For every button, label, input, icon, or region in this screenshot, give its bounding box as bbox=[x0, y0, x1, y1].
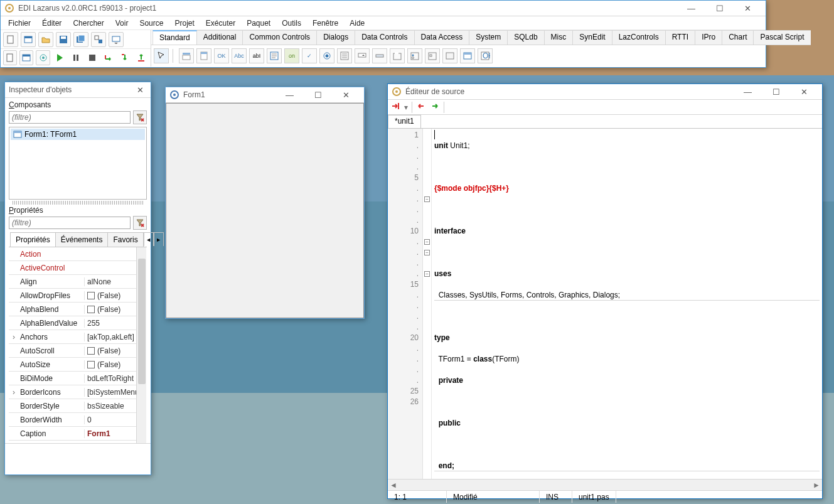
menu-fenetre[interactable]: Fenêtre bbox=[307, 18, 343, 29]
component-tab-ipro[interactable]: IPro bbox=[695, 30, 722, 45]
editor-fold-column[interactable]: −−−− bbox=[423, 129, 432, 479]
palette-mainmenu[interactable] bbox=[179, 48, 194, 63]
oi-scrollbar[interactable] bbox=[136, 247, 146, 443]
editor-code-area[interactable]: unit Unit1; {$mode objfpc}{$H+} interfac… bbox=[432, 129, 822, 479]
property-row[interactable]: ›Anchors[akTop,akLeft] bbox=[9, 330, 146, 344]
component-tab-misc[interactable]: Misc bbox=[544, 30, 574, 45]
palette-panel[interactable] bbox=[442, 48, 457, 63]
component-tab-chart[interactable]: Chart bbox=[722, 30, 754, 45]
oi-properties-filter[interactable] bbox=[9, 217, 131, 229]
component-tab-rtti[interactable]: RTTI bbox=[665, 30, 695, 45]
menu-aide[interactable]: Aide bbox=[345, 18, 370, 29]
property-row[interactable]: ActiveControl bbox=[9, 261, 146, 275]
open-button[interactable] bbox=[38, 32, 53, 47]
palette-checkgroup[interactable] bbox=[425, 48, 440, 63]
property-row[interactable]: BiDiModebdLeftToRight bbox=[9, 372, 146, 385]
component-tab-datacontrols[interactable]: Data Controls bbox=[355, 30, 414, 45]
step-over-button[interactable] bbox=[102, 50, 115, 65]
menu-outils[interactable]: Outils bbox=[277, 18, 306, 29]
palette-frame[interactable] bbox=[460, 48, 475, 63]
component-tab-dialogs[interactable]: Dialogs bbox=[316, 30, 355, 45]
mode-dropdown-button[interactable] bbox=[109, 32, 124, 47]
component-tab-lazcontrols[interactable]: LazControls bbox=[612, 30, 666, 45]
menu-paquet[interactable]: Paquet bbox=[242, 18, 275, 29]
palette-radiobutton[interactable] bbox=[319, 48, 334, 63]
palette-checkbox[interactable]: ✓ bbox=[302, 48, 317, 63]
form-minimize-button[interactable]: ― bbox=[275, 87, 304, 103]
src-jump-forward-button[interactable] bbox=[390, 101, 400, 113]
step-into-button[interactable] bbox=[118, 50, 132, 65]
save-button[interactable] bbox=[56, 32, 71, 47]
oi-tab-properties[interactable]: Propriétés bbox=[10, 232, 56, 247]
ide-minimize-button[interactable]: ― bbox=[677, 1, 705, 16]
src-tab-unit1[interactable]: *unit1 bbox=[388, 115, 421, 128]
component-tab-pascalscript[interactable]: Pascal Script bbox=[753, 30, 810, 45]
property-row[interactable]: ›BorderIcons[biSystemMenu,b bbox=[9, 385, 146, 399]
form-close-button[interactable]: ✕ bbox=[332, 87, 360, 103]
palette-listbox[interactable] bbox=[337, 48, 352, 63]
property-row[interactable]: CaptionForm1 bbox=[9, 427, 146, 441]
menu-projet[interactable]: Projet bbox=[169, 18, 199, 29]
palette-combobox[interactable] bbox=[355, 48, 370, 63]
new-unit-button[interactable] bbox=[3, 32, 18, 47]
toggle-form-unit-button[interactable] bbox=[91, 32, 106, 47]
src-nav-forward-button[interactable] bbox=[430, 101, 440, 113]
oi-tab-favorites[interactable]: Favoris bbox=[107, 232, 143, 247]
menu-voir[interactable]: Voir bbox=[110, 18, 134, 29]
oi-component-tree[interactable]: Form1: TForm1 bbox=[9, 127, 147, 200]
menu-fichier[interactable]: Fichier bbox=[3, 18, 36, 29]
component-tab-common[interactable]: Common Controls bbox=[242, 30, 317, 45]
component-tab-system[interactable]: System bbox=[469, 30, 508, 45]
property-row[interactable]: AlphaBlend (False) bbox=[9, 303, 146, 316]
property-row[interactable]: BorderStylebsSizeable bbox=[9, 399, 146, 413]
property-row[interactable]: AlphaBlendValue255 bbox=[9, 316, 146, 330]
component-tab-sqldb[interactable]: SQLdb bbox=[507, 30, 544, 45]
property-row[interactable]: BorderWidth0 bbox=[9, 413, 146, 427]
component-tab-standard[interactable]: Standard bbox=[152, 30, 197, 45]
new-form-button[interactable] bbox=[21, 32, 36, 47]
palette-memo[interactable] bbox=[267, 48, 282, 63]
property-row[interactable]: AutoScroll (False) bbox=[9, 344, 146, 358]
stop-button[interactable] bbox=[85, 50, 99, 65]
step-out-button[interactable] bbox=[134, 50, 148, 65]
palette-actionlist[interactable]: OK bbox=[478, 48, 493, 63]
form-design-surface[interactable] bbox=[166, 103, 364, 318]
palette-selector[interactable] bbox=[154, 48, 169, 63]
oi-properties-filter-clear[interactable] bbox=[133, 216, 147, 230]
view-forms-button[interactable] bbox=[19, 50, 33, 65]
oi-components-filter[interactable] bbox=[9, 111, 131, 124]
palette-label[interactable]: Abc bbox=[232, 48, 247, 63]
oi-tab-nav-right[interactable]: ► bbox=[154, 232, 164, 246]
src-maximize-button[interactable]: ☐ bbox=[762, 84, 790, 100]
ide-close-button[interactable]: ✕ bbox=[734, 1, 762, 16]
src-close-button[interactable]: ✕ bbox=[790, 84, 818, 100]
src-nav-back-button[interactable] bbox=[416, 101, 426, 113]
property-row[interactable]: AlignalNone bbox=[9, 275, 146, 289]
palette-edit[interactable]: abI bbox=[249, 48, 264, 63]
save-all-button[interactable] bbox=[73, 32, 88, 47]
component-tab-synedit[interactable]: SynEdit bbox=[572, 30, 612, 45]
palette-groupbox[interactable] bbox=[390, 48, 405, 63]
view-units-button[interactable] bbox=[3, 50, 17, 65]
oi-property-grid[interactable]: ActionActiveControlAlignalNoneAllowDropF… bbox=[9, 247, 147, 443]
oi-tab-nav-left[interactable]: ◄ bbox=[144, 232, 154, 246]
pause-button[interactable] bbox=[69, 50, 83, 65]
component-tab-dataaccess[interactable]: Data Access bbox=[414, 30, 470, 45]
menu-executer[interactable]: Exécuter bbox=[201, 18, 240, 29]
oi-tree-item-form1[interactable]: Form1: TForm1 bbox=[11, 129, 145, 140]
palette-button[interactable]: OK bbox=[214, 48, 229, 63]
form-maximize-button[interactable]: ☐ bbox=[304, 87, 332, 103]
property-row[interactable]: AllowDropFiles (False) bbox=[9, 289, 146, 303]
oi-components-filter-clear[interactable] bbox=[133, 110, 147, 124]
palette-scrollbar[interactable] bbox=[372, 48, 387, 63]
menu-source[interactable]: Source bbox=[134, 18, 168, 29]
oi-splitter[interactable] bbox=[13, 201, 143, 205]
property-row[interactable]: AutoSize (False) bbox=[9, 358, 146, 372]
palette-popupmenu[interactable] bbox=[196, 48, 211, 63]
src-minimize-button[interactable]: ― bbox=[734, 84, 762, 100]
scroll-left-icon[interactable]: ◄ bbox=[388, 480, 399, 491]
oi-tab-events[interactable]: Événements bbox=[55, 232, 109, 247]
run-button[interactable] bbox=[53, 50, 67, 65]
build-button[interactable] bbox=[36, 50, 50, 65]
menu-editer[interactable]: Éditer bbox=[37, 18, 67, 29]
